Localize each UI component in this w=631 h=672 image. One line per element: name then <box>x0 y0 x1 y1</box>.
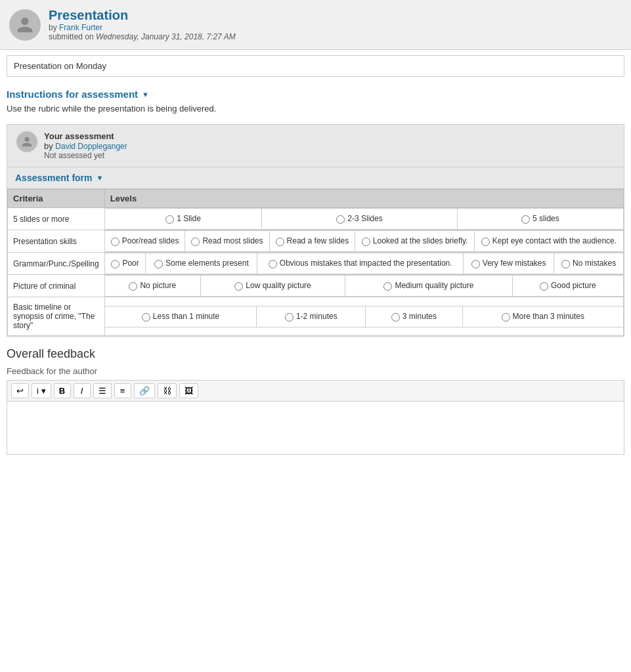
submission-byline: by Frank Furter <box>49 23 236 32</box>
level-option[interactable]: Read a few slides <box>269 231 355 252</box>
italic-button[interactable]: I <box>74 383 91 398</box>
radio-label[interactable]: Some elements present <box>151 259 251 268</box>
radio-input[interactable] <box>129 282 137 291</box>
bold-button[interactable]: B <box>54 383 71 398</box>
levels-cell-3: No pictureLow quality pictureMedium qual… <box>104 275 623 297</box>
image-button[interactable]: 🖼 <box>179 383 198 398</box>
submission-date: submitted on Wednesday, January 31, 2018… <box>49 32 236 41</box>
level-option[interactable]: Less than 1 minute <box>105 306 257 327</box>
radio-input[interactable] <box>111 260 120 268</box>
level-option[interactable]: Read most slides <box>185 231 269 252</box>
radio-input[interactable] <box>276 238 284 246</box>
level-option[interactable]: Obvious mistakes that impacted the prese… <box>257 253 464 274</box>
level-option[interactable]: 5 slides <box>457 209 623 230</box>
level-option[interactable]: No mistakes <box>554 253 623 274</box>
radio-label[interactable]: Good picture <box>518 281 618 291</box>
feedback-editor-content[interactable] <box>7 402 624 454</box>
instructions-toggle[interactable]: Instructions for assessment ▼ <box>7 89 624 100</box>
radio-input[interactable] <box>191 238 200 246</box>
criteria-cell-3: Picture of criminal <box>8 275 105 297</box>
radio-input[interactable] <box>383 282 392 291</box>
radio-input[interactable] <box>285 313 294 322</box>
level-option[interactable]: Poor/read slides <box>105 231 185 252</box>
level-option[interactable]: Some elements present <box>146 253 257 274</box>
radio-label[interactable]: 1 Slide <box>110 214 257 224</box>
radio-label[interactable]: 3 minutes <box>371 312 456 322</box>
radio-label[interactable]: 2-3 Slides <box>267 214 452 224</box>
criteria-cell-0: 5 slides or more <box>8 208 105 230</box>
submission-info: Presentation by Frank Furter submitted o… <box>49 8 236 41</box>
level-option[interactable]: Poor <box>105 253 146 274</box>
radio-label[interactable]: Very few mistakes <box>469 259 548 268</box>
radio-input[interactable] <box>111 238 120 246</box>
instructions-arrow: ▼ <box>142 91 149 98</box>
undo-button[interactable]: ↩ <box>11 383 29 398</box>
info-button[interactable]: i ▾ <box>32 383 51 398</box>
link-button[interactable]: 🔗 <box>134 383 155 398</box>
feedback-editor: ↩ i ▾ B I ☰ ≡ 🔗 ⛓ 🖼 <box>7 380 624 455</box>
level-option[interactable]: Good picture <box>512 276 623 297</box>
radio-input[interactable] <box>336 215 345 224</box>
levels-cell-1: Poor/read slidesRead most slidesRead a f… <box>104 230 623 253</box>
levels-cell-4: Less than 1 minute1-2 minutes3 minutesMo… <box>104 297 623 336</box>
assessor-byline: by David Doppleganger <box>44 141 127 151</box>
radio-input[interactable] <box>269 260 277 268</box>
level-option[interactable]: Looked at the slides briefly. <box>355 231 474 252</box>
assessment-form-section: Assessment form ▼ Criteria Levels 5 slid… <box>7 167 624 337</box>
author-link[interactable]: Frank Furter <box>59 23 102 32</box>
criteria-cell-4: Basic timeline or synopsis of crime, "Th… <box>8 297 105 336</box>
radio-label[interactable]: Low quality picture <box>206 281 339 291</box>
unordered-list-button[interactable]: ☰ <box>93 383 112 398</box>
radio-label[interactable]: Read most slides <box>190 236 263 246</box>
radio-label[interactable]: Less than 1 minute <box>110 312 251 322</box>
level-option[interactable]: Medium quality picture <box>345 276 512 297</box>
radio-label[interactable]: 1-2 minutes <box>262 312 360 322</box>
level-option[interactable]: More than 3 minutes <box>462 306 623 327</box>
level-option[interactable]: Kept eye contact with the audience. <box>474 231 623 252</box>
radio-input[interactable] <box>165 215 174 224</box>
radio-input[interactable] <box>142 313 150 322</box>
level-option[interactable]: 1 Slide <box>105 209 262 230</box>
radio-input[interactable] <box>234 282 243 291</box>
radio-label[interactable]: 5 slides <box>463 214 618 224</box>
level-option[interactable]: No picture <box>105 276 201 297</box>
radio-label[interactable]: No picture <box>110 281 195 291</box>
radio-label[interactable]: Read a few slides <box>275 236 350 246</box>
radio-input[interactable] <box>481 238 490 246</box>
radio-label[interactable]: Poor/read slides <box>110 236 180 246</box>
submission-header: Presentation by Frank Furter submitted o… <box>0 0 631 50</box>
radio-input[interactable] <box>540 282 548 291</box>
radio-label[interactable]: No mistakes <box>559 259 618 268</box>
feedback-label: Feedback for the author <box>7 366 624 376</box>
radio-label[interactable]: More than 3 minutes <box>468 312 618 322</box>
levels-cell-2: PoorSome elements presentObvious mistake… <box>104 253 623 275</box>
instructions-text: Use the rubric while the presentation is… <box>7 100 624 114</box>
ordered-list-button[interactable]: ≡ <box>114 383 131 398</box>
rubric-table: Criteria Levels 5 slides or more1 Slide2… <box>7 189 624 336</box>
assessment-status: Not assessed yet <box>44 151 127 160</box>
radio-label[interactable]: Medium quality picture <box>351 281 506 291</box>
radio-label[interactable]: Poor <box>110 259 141 268</box>
level-option[interactable]: 2-3 Slides <box>262 209 458 230</box>
assessor-link[interactable]: David Doppleganger <box>55 142 127 151</box>
radio-input[interactable] <box>391 313 400 322</box>
assessment-form-toggle[interactable]: Assessment form ▼ <box>7 167 624 189</box>
assessment-form-heading: Assessment form <box>15 173 93 183</box>
overall-feedback-heading: Overall feedback <box>7 347 624 361</box>
radio-label[interactable]: Obvious mistakes that impacted the prese… <box>263 259 458 268</box>
radio-input[interactable] <box>521 215 530 224</box>
unlink-button[interactable]: ⛓ <box>158 383 177 398</box>
level-option[interactable]: 3 minutes <box>366 306 462 327</box>
radio-input[interactable] <box>362 238 370 246</box>
level-option[interactable]: Very few mistakes <box>464 253 554 274</box>
radio-input[interactable] <box>502 313 510 322</box>
radio-label[interactable]: Kept eye contact with the audience. <box>480 236 618 246</box>
overall-feedback-section: Overall feedback Feedback for the author… <box>0 337 631 461</box>
instructions-section: Instructions for assessment ▼ Use the ru… <box>0 82 631 117</box>
radio-input[interactable] <box>561 260 570 268</box>
radio-input[interactable] <box>471 260 480 268</box>
radio-label[interactable]: Looked at the slides briefly. <box>360 236 468 246</box>
level-option[interactable]: 1-2 minutes <box>257 306 366 327</box>
level-option[interactable]: Low quality picture <box>200 276 345 297</box>
radio-input[interactable] <box>154 260 163 268</box>
